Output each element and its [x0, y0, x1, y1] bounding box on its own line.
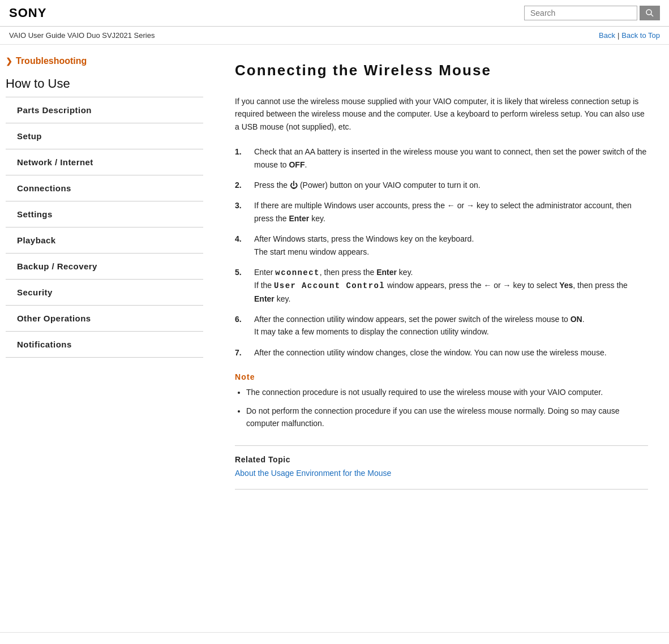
- back-link[interactable]: Back: [599, 31, 615, 40]
- step-6-num: 6.: [235, 313, 248, 338]
- step-1-off: OFF: [289, 160, 305, 169]
- search-icon: [645, 8, 654, 18]
- main-content: Connecting the Wireless Mouse If you can…: [212, 45, 665, 632]
- related-topic-label: Related Topic: [235, 455, 648, 464]
- search-input[interactable]: [524, 6, 637, 20]
- layout: Troubleshooting How to Use Parts Descrip…: [0, 45, 669, 632]
- back-to-top-link[interactable]: Back to Top: [621, 31, 660, 40]
- sidebar: Troubleshooting How to Use Parts Descrip…: [0, 45, 212, 632]
- header: SONY: [0, 0, 669, 27]
- step-1-text: Check that an AA battery is inserted in …: [254, 145, 648, 171]
- svg-point-0: [646, 10, 651, 15]
- note-item-1: The connection procedure is not usually …: [246, 386, 648, 398]
- step-6-on: ON: [571, 315, 582, 324]
- sidebar-item-security[interactable]: Security: [6, 280, 203, 305]
- related-topic-bottom-divider: [235, 489, 648, 490]
- step-7-num: 7.: [235, 346, 248, 359]
- note-label: Note: [235, 372, 648, 381]
- step-7: 7. After the connection utility window c…: [235, 346, 648, 359]
- step-5-text: Enter wconnect, then press the Enter key…: [254, 266, 648, 305]
- step-3-num: 3.: [235, 199, 248, 225]
- step-4-text: After Windows starts, press the Windows …: [254, 233, 648, 258]
- svg-line-1: [651, 14, 653, 16]
- step-2-text: Press the ⏻ (Power) button on your VAIO …: [254, 179, 648, 191]
- intro-text: If you cannot use the wireless mouse sup…: [235, 95, 648, 133]
- note-list: The connection procedure is not usually …: [235, 386, 648, 430]
- steps-list: 1. Check that an AA battery is inserted …: [235, 145, 648, 359]
- sidebar-item-backup-recovery[interactable]: Backup / Recovery: [6, 254, 203, 279]
- note-item-2: Do not perform the connection procedure …: [246, 405, 648, 430]
- step-5-yes: Yes: [559, 281, 573, 290]
- sidebar-item-setup[interactable]: Setup: [6, 123, 203, 149]
- step-1: 1. Check that an AA battery is inserted …: [235, 145, 648, 171]
- sidebar-divider-10: [6, 357, 203, 358]
- step-3: 3. If there are multiple Windows user ac…: [235, 199, 648, 225]
- step-4: 4. After Windows starts, press the Windo…: [235, 233, 648, 258]
- step-7-text: After the connection utility window chan…: [254, 346, 648, 359]
- step-6: 6. After the connection utility window a…: [235, 313, 648, 338]
- nav-links: Back | Back to Top: [599, 31, 660, 40]
- search-button[interactable]: [640, 6, 660, 20]
- sidebar-item-notifications[interactable]: Notifications: [6, 332, 203, 357]
- step-5: 5. Enter wconnect, then press the Enter …: [235, 266, 648, 305]
- footer: © 2012 Sony Corporation: [0, 632, 669, 644]
- sidebar-item-network-internet[interactable]: Network / Internet: [6, 149, 203, 175]
- step-5-num: 5.: [235, 266, 248, 305]
- step-6-text: After the connection utility window appe…: [254, 313, 648, 338]
- note-section: Note The connection procedure is not usu…: [235, 372, 648, 430]
- breadcrumb-text: VAIO User Guide VAIO Duo SVJ2021 Series: [9, 31, 155, 40]
- troubleshooting-label: Troubleshooting: [16, 56, 87, 66]
- sidebar-item-parts-description[interactable]: Parts Description: [6, 97, 203, 123]
- related-topic-link[interactable]: About the Usage Environment for the Mous…: [235, 469, 391, 478]
- sidebar-item-connections[interactable]: Connections: [6, 175, 203, 201]
- step-5-wconnect: wconnect: [275, 268, 319, 277]
- step-5-uac: User Account Control: [274, 281, 385, 290]
- sidebar-item-other-operations[interactable]: Other Operations: [6, 306, 203, 331]
- related-topic-section: Related Topic About the Usage Environmen…: [235, 445, 648, 490]
- step-5-enter2: Enter: [254, 294, 275, 303]
- sidebar-item-settings[interactable]: Settings: [6, 201, 203, 227]
- sidebar-item-playback[interactable]: Playback: [6, 227, 203, 253]
- step-1-num: 1.: [235, 145, 248, 171]
- step-5-enter1: Enter: [376, 268, 397, 277]
- breadcrumb-bar: VAIO User Guide VAIO Duo SVJ2021 Series …: [0, 27, 669, 45]
- sidebar-how-to-use-label: How to Use: [6, 76, 203, 91]
- step-4-num: 4.: [235, 233, 248, 258]
- note-label-text: Note: [235, 372, 255, 381]
- step-2: 2. Press the ⏻ (Power) button on your VA…: [235, 179, 648, 191]
- sidebar-troubleshooting-heading[interactable]: Troubleshooting: [6, 56, 203, 66]
- step-2-num: 2.: [235, 179, 248, 191]
- nav-separator: |: [617, 31, 619, 40]
- step-3-enter: Enter: [289, 214, 309, 223]
- sony-logo: SONY: [9, 6, 46, 20]
- page-title: Connecting the Wireless Mouse: [235, 62, 648, 79]
- search-area: [524, 6, 660, 20]
- step-3-text: If there are multiple Windows user accou…: [254, 199, 648, 225]
